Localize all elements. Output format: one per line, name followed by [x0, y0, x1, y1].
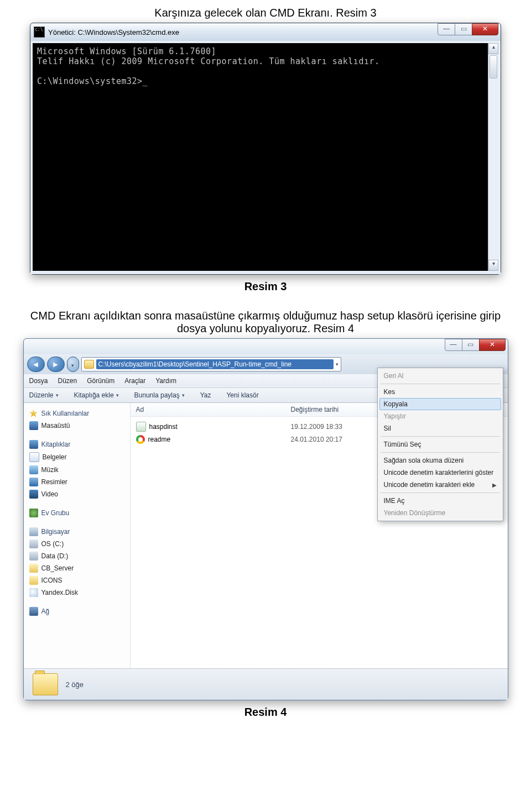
sidebar-cbserver[interactable]: CB_Server: [29, 562, 128, 574]
picture-icon: [29, 478, 38, 486]
scroll-down-icon[interactable]: ▾: [488, 260, 498, 271]
ctx-delete[interactable]: Sil: [379, 422, 501, 434]
folder-icon: [84, 360, 94, 369]
file-date: 24.01.2010 20:17: [291, 436, 379, 443]
video-icon: [29, 490, 38, 499]
intro-text-1: Karşınıza gelecek olan CMD Ekranı. Resim…: [17, 7, 514, 19]
sidebar-network[interactable]: Ağ: [29, 605, 128, 617]
cmd-console-output[interactable]: Microsoft Windows [Sürüm 6.1.7600] Telif…: [33, 43, 488, 271]
sidebar-pictures[interactable]: Resimler: [29, 476, 128, 488]
address-dropdown-icon[interactable]: ▾: [336, 362, 339, 367]
close-button[interactable]: ✕: [479, 339, 506, 351]
sidebar-documents[interactable]: Belgeler: [29, 450, 128, 464]
ctx-selectall[interactable]: Tümünü Seç: [379, 438, 501, 450]
menu-help[interactable]: Yardım: [155, 377, 176, 385]
library-icon: [29, 440, 38, 449]
caption-resim3: Resim 3: [17, 280, 514, 293]
ctx-paste[interactable]: Yapıştır: [379, 410, 501, 422]
ctx-copy[interactable]: Kopyala: [379, 398, 501, 410]
cmd-titlebar[interactable]: c:\ Yönetici: C:\Windows\System32\cmd.ex…: [30, 23, 501, 41]
file-name: readme: [148, 436, 171, 443]
homegroup-icon: [29, 509, 38, 517]
folder-large-icon: [33, 673, 58, 695]
sidebar-computer[interactable]: Bilgisayar: [29, 526, 128, 538]
toolbar-newfolder[interactable]: Yeni klasör: [226, 391, 258, 399]
intro-text-2: CMD Ekranı açıldıktan sonra masaüstüne ç…: [17, 310, 514, 335]
ctx-reconvert[interactable]: Yeniden Dönüştürme: [379, 507, 501, 519]
cmd-icon: c:\: [34, 27, 45, 38]
toolbar-add-library[interactable]: Kitaplığa ekle ▾: [74, 391, 119, 399]
explorer-content[interactable]: Ad Değiştirme tarihi haspdinst 19.12.200…: [131, 403, 508, 668]
explorer-statusbar: 2 öğe: [24, 668, 508, 700]
nav-back-button[interactable]: ◄: [27, 357, 45, 372]
maximize-button[interactable]: ▭: [455, 23, 472, 35]
cmd-window: c:\ Yönetici: C:\Windows\System32\cmd.ex…: [30, 23, 501, 275]
music-icon: [29, 465, 38, 474]
ctx-undo[interactable]: Geri Al: [379, 370, 501, 382]
maximize-button[interactable]: ▭: [462, 339, 480, 351]
folder-icon: [29, 564, 38, 573]
ctx-show-unicode[interactable]: Unicode denetim karakterlerini göster: [379, 467, 501, 479]
chevron-right-icon: ▶: [492, 482, 497, 488]
address-bar[interactable]: C:\Users\cbyazilim1\Desktop\Sentinel_HAS…: [81, 357, 341, 371]
menu-tools[interactable]: Araçlar: [124, 377, 145, 385]
sidebar-music[interactable]: Müzik: [29, 464, 128, 476]
toolbar-share[interactable]: Bununla paylaş ▾: [134, 391, 185, 399]
toolbar-organize[interactable]: Düzenle ▾: [29, 391, 59, 399]
drive-icon: [29, 539, 38, 548]
desktop-icon: [29, 421, 38, 430]
menu-file[interactable]: Dosya: [29, 377, 48, 385]
computer-icon: [29, 527, 38, 536]
cmd-title: Yönetici: C:\Windows\System32\cmd.exe: [48, 28, 179, 36]
window-controls: — ▭ ✕: [445, 339, 506, 351]
folder-icon: [29, 576, 38, 585]
file-date: 19.12.2009 18:33: [291, 423, 379, 431]
ctx-cut[interactable]: Kes: [379, 386, 501, 398]
drive-icon: [29, 552, 38, 560]
network-icon: [29, 607, 38, 616]
nav-history-dropdown[interactable]: ▾: [67, 357, 79, 372]
sidebar-drive-d[interactable]: Data (D:): [29, 550, 128, 562]
scroll-track[interactable]: [488, 80, 498, 260]
sidebar-video[interactable]: Video: [29, 488, 128, 500]
caption-resim4: Resim 4: [17, 706, 514, 719]
toolbar-burn[interactable]: Yaz: [200, 391, 211, 399]
file-name: haspdinst: [149, 423, 178, 431]
sidebar-homegroup[interactable]: Ev Grubu: [29, 507, 128, 519]
ctx-rtl[interactable]: Sağdan sola okuma düzeni: [379, 454, 501, 467]
sidebar-icons[interactable]: ICONS: [29, 574, 128, 586]
sidebar-yandex[interactable]: Yandex.Disk: [29, 586, 128, 599]
minimize-button[interactable]: —: [438, 23, 455, 35]
explorer-window: — ▭ ✕ ◄ ► ▾ C:\Users\cbyazilim1\Desktop\…: [23, 338, 508, 700]
explorer-sidebar: Sık Kullanılanlar Masaüstü Kitaplıklar B…: [24, 403, 131, 668]
sidebar-desktop[interactable]: Masaüstü: [29, 420, 128, 432]
cloud-icon: [29, 588, 38, 597]
menu-view[interactable]: Görünüm: [87, 377, 114, 385]
scroll-thumb[interactable]: [490, 55, 497, 78]
context-menu: Geri Al Kes Kopyala Yapıştır Sil Tümünü …: [377, 368, 503, 521]
sidebar-drive-c[interactable]: OS (C:): [29, 538, 128, 550]
column-name[interactable]: Ad: [136, 406, 291, 413]
status-text: 2 öğe: [66, 680, 84, 689]
application-icon: [136, 422, 146, 432]
star-icon: [29, 409, 38, 418]
sidebar-favorites[interactable]: Sık Kullanılanlar: [29, 407, 128, 420]
chrome-icon: [136, 435, 145, 444]
ctx-ime[interactable]: IME Aç: [379, 495, 501, 507]
minimize-button[interactable]: —: [445, 339, 462, 351]
address-path[interactable]: C:\Users\cbyazilim1\Desktop\Sentinel_HAS…: [96, 359, 334, 369]
window-controls: — ▭ ✕: [438, 23, 498, 35]
ctx-insert-unicode[interactable]: Unicode denetim karakteri ekle ▶: [379, 479, 501, 491]
document-icon: [29, 452, 39, 462]
menu-edit[interactable]: Düzen: [58, 377, 77, 385]
column-date[interactable]: Değiştirme tarihi: [291, 406, 379, 413]
nav-forward-button[interactable]: ►: [47, 357, 65, 372]
cmd-scrollbar[interactable]: ▴ ▾: [488, 43, 498, 271]
explorer-titlebar[interactable]: — ▭ ✕: [24, 339, 508, 354]
sidebar-libraries[interactable]: Kitaplıklar: [29, 438, 128, 450]
close-button[interactable]: ✕: [472, 23, 498, 35]
scroll-up-icon[interactable]: ▴: [488, 43, 498, 54]
